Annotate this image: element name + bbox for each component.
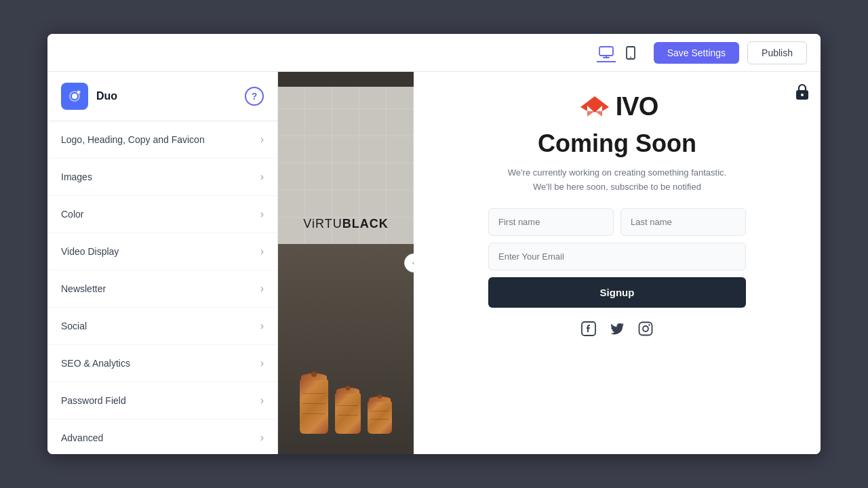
svg-rect-0 <box>599 47 613 56</box>
menu-item-advanced[interactable]: Advanced › <box>47 420 277 454</box>
menu-item-password-field[interactable]: Password Field › <box>47 382 277 420</box>
social-icons <box>581 321 653 340</box>
ivo-brand-text: IVO <box>616 92 658 121</box>
preview-area: ViRTUBLACK <box>278 72 821 454</box>
sidebar-title: Duo <box>96 90 237 102</box>
signup-button[interactable]: Signup <box>488 277 746 308</box>
image-panel: ViRTUBLACK <box>278 72 414 454</box>
email-input-wrapper <box>488 243 746 270</box>
svg-rect-7 <box>639 322 652 335</box>
menu-item-video-display[interactable]: Video Display › <box>47 233 277 270</box>
first-name-input[interactable] <box>488 208 614 236</box>
publish-button[interactable]: Publish <box>747 41 807 64</box>
subscription-form: Signup <box>488 208 746 321</box>
chevron-right-icon: › <box>260 208 264 220</box>
coming-soon-title: Coming Soon <box>538 129 696 158</box>
chevron-right-icon: › <box>260 357 264 369</box>
chevron-right-icon: › <box>260 394 264 407</box>
lock-icon <box>795 83 810 104</box>
menu-item-social[interactable]: Social › <box>47 308 277 345</box>
subtitle-text: We're currently working on creating some… <box>508 166 726 195</box>
sidebar-menu: Logo, Heading, Copy and Favicon › Images… <box>47 121 277 454</box>
last-name-input[interactable] <box>620 208 746 236</box>
content-panel: IVO Coming Soon We're currently working … <box>414 72 821 454</box>
facebook-icon[interactable] <box>581 321 596 340</box>
ivo-logo-area: IVO <box>576 92 658 121</box>
pot-2 <box>335 393 361 434</box>
pot-1 <box>300 380 328 434</box>
chevron-right-icon: › <box>260 134 264 146</box>
sidebar: Duo ? Logo, Heading, Copy and Favicon › … <box>47 72 278 454</box>
name-row <box>488 208 746 236</box>
save-settings-button[interactable]: Save Settings <box>654 42 739 64</box>
ivo-arrow-icon <box>576 94 613 121</box>
email-input[interactable] <box>488 243 746 270</box>
pot-3 <box>368 401 392 434</box>
svg-point-5 <box>801 94 804 96</box>
mobile-icon[interactable] <box>621 43 640 62</box>
svg-point-9 <box>648 324 650 325</box>
menu-item-seo-analytics[interactable]: SEO & Analytics › <box>47 345 277 382</box>
sidebar-logo <box>61 83 88 110</box>
menu-item-color[interactable]: Color › <box>47 196 277 233</box>
chevron-right-icon: › <box>260 320 264 332</box>
twitter-icon[interactable] <box>610 321 625 340</box>
menu-item-logo-heading[interactable]: Logo, Heading, Copy and Favicon › <box>47 121 277 159</box>
svg-point-2 <box>630 56 631 58</box>
ivo-logo: IVO <box>576 92 658 121</box>
instagram-icon[interactable] <box>638 321 653 340</box>
chevron-right-icon: › <box>260 245 264 258</box>
help-icon[interactable]: ? <box>245 87 264 106</box>
menu-item-newsletter[interactable]: Newsletter › <box>47 270 277 308</box>
main-container: Save Settings Publish Duo ? Logo, Headin… <box>47 34 821 454</box>
svg-point-8 <box>643 326 648 331</box>
brand-text: ViRTUBLACK <box>303 217 388 231</box>
desktop-icon[interactable] <box>597 43 616 62</box>
svg-point-3 <box>77 91 81 94</box>
menu-item-images[interactable]: Images › <box>47 159 277 196</box>
chevron-right-icon: › <box>260 283 264 295</box>
content-area: Duo ? Logo, Heading, Copy and Favicon › … <box>47 72 821 454</box>
device-icons <box>597 43 640 62</box>
sidebar-header: Duo ? <box>47 72 277 121</box>
chevron-right-icon: › <box>260 171 264 183</box>
top-bar: Save Settings Publish <box>47 34 821 72</box>
copper-pots <box>300 380 392 434</box>
chevron-right-icon: › <box>260 432 264 444</box>
shelf-top <box>278 72 414 87</box>
